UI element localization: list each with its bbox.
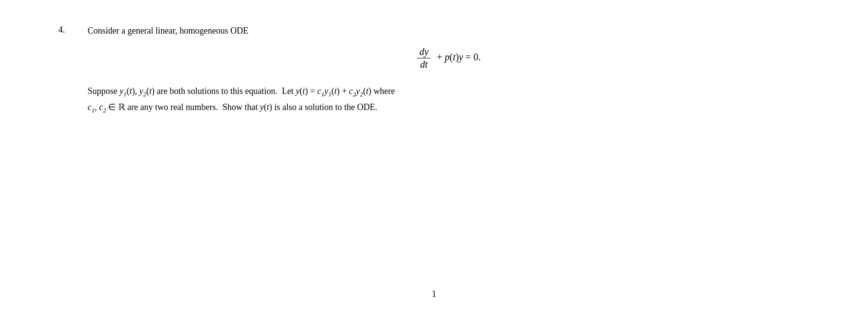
fraction-denominator: dt: [418, 58, 430, 70]
problem-line2: c1, c2 ∈ ℝ are any two real numbers. Sho…: [88, 102, 377, 112]
problem-item: 4. Consider a general linear, homogeneou…: [58, 24, 810, 115]
title-text: Consider a general linear, homogeneous O…: [88, 26, 248, 36]
fraction: dy dt: [417, 46, 430, 70]
equation-block: dy dt + p(t)y = 0.: [88, 46, 810, 70]
problem-body: Consider a general linear, homogeneous O…: [88, 24, 810, 115]
number-label: 4.: [58, 25, 65, 35]
fraction-numerator: dy: [417, 46, 430, 58]
equation-rest: + p(t)y = 0.: [437, 52, 480, 62]
page-number: 1: [432, 289, 436, 299]
problem-text: Suppose y1(t), y2(t) are both solutions …: [88, 84, 810, 115]
problem-title: Consider a general linear, homogeneous O…: [88, 24, 810, 37]
problem-line1: Suppose y1(t), y2(t) are both solutions …: [88, 86, 395, 96]
problem-number: 4.: [58, 24, 88, 115]
page-content: 4. Consider a general linear, homogeneou…: [0, 0, 868, 156]
page-footer: 1: [0, 289, 868, 299]
